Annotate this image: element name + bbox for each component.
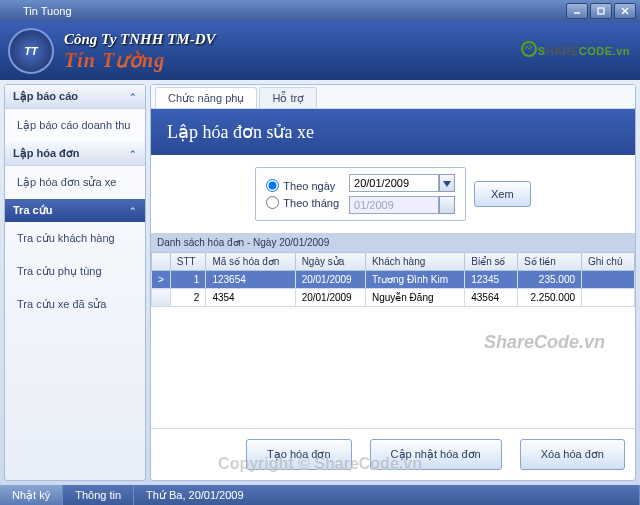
radio-by-day-input[interactable] [266, 179, 279, 192]
watermark-brand: SHARECODE.vn [520, 40, 630, 58]
col-rowheader [152, 253, 171, 271]
col-bien[interactable]: Biển số [465, 253, 518, 271]
month-input [349, 196, 439, 214]
filter-value-col [349, 174, 455, 214]
invoice-table: STT Mã số hóa đơn Ngày sửa Khách hàng Bi… [151, 252, 635, 307]
cell-ngay: 20/01/2009 [295, 271, 365, 289]
cell-stt: 1 [170, 271, 206, 289]
month-dropdown-button [439, 196, 455, 214]
sidebar-group-label: Tra cứu [13, 204, 52, 217]
list-caption: Danh sách hóa đơn - Ngày 20/01/2009 [151, 233, 635, 252]
tab-support[interactable]: Hỗ trợ [259, 87, 317, 108]
sidebar-group-invoice[interactable]: Lập hóa đơn⌃ [5, 142, 145, 166]
company-line1: Công Ty TNHH TM-DV [64, 31, 216, 48]
cell-ghi [582, 271, 635, 289]
cell-kh: Nguyễn Đăng [365, 289, 464, 307]
create-invoice-button[interactable]: Tạo hóa đơn [246, 439, 352, 470]
filter-mode-col: Theo ngày Theo tháng [266, 179, 339, 209]
cell-bien: 43564 [465, 289, 518, 307]
col-ma[interactable]: Mã số hóa đơn [206, 253, 295, 271]
cell-bien: 12345 [465, 271, 518, 289]
view-button[interactable]: Xem [474, 181, 531, 207]
statusbar: Nhật ký Thông tin Thứ Ba, 20/01/2009 [0, 485, 640, 505]
sidebar-item-lookup-customer[interactable]: Tra cứu khách hàng [5, 222, 145, 255]
app-icon [4, 4, 18, 18]
recycle-icon [520, 40, 538, 58]
status-date: Thứ Ba, 20/01/2009 [134, 485, 640, 505]
cell-ma: 123654 [206, 271, 295, 289]
sidebar-item-revenue-report[interactable]: Lập báo cáo doanh thu [5, 109, 145, 142]
date-dropdown-button[interactable] [439, 174, 455, 192]
logo-text: TT [24, 45, 37, 57]
row-marker: > [152, 271, 171, 289]
app-header: TT Công Ty TNHH TM-DV Tín Tường SHARECOD… [0, 22, 640, 80]
page-title: Lập hóa đơn sửa xe [151, 109, 635, 155]
sidebar-item-lookup-repaired[interactable]: Tra cứu xe đã sửa [5, 288, 145, 321]
action-bar: Tạo hóa đơn Cập nhật hóa đơn Xóa hóa đơn [151, 428, 635, 480]
sidebar-group-lookup[interactable]: Tra cứu⌃ [5, 199, 145, 222]
col-kh[interactable]: Khách hàng [365, 253, 464, 271]
sidebar-group-reports[interactable]: Lập báo cáo⌃ [5, 85, 145, 109]
minimize-button[interactable] [566, 3, 588, 19]
col-stt[interactable]: STT [170, 253, 206, 271]
col-ghi[interactable]: Ghi chú [582, 253, 635, 271]
sidebar-item-repair-invoice[interactable]: Lập hóa đơn sửa xe [5, 166, 145, 199]
col-ngay[interactable]: Ngày sửa [295, 253, 365, 271]
cell-stt: 2 [170, 289, 206, 307]
chevron-up-icon: ⌃ [129, 206, 137, 216]
titlebar: Tin Tuong [0, 0, 640, 22]
cell-tien: 235.000 [517, 271, 581, 289]
row-marker [152, 289, 171, 307]
status-log[interactable]: Nhật ký [0, 485, 63, 505]
delete-invoice-button[interactable]: Xóa hóa đơn [520, 439, 625, 470]
status-info[interactable]: Thông tin [63, 485, 134, 505]
radio-by-month-input[interactable] [266, 196, 279, 209]
radio-by-day[interactable]: Theo ngày [266, 179, 339, 192]
col-tien[interactable]: Số tiền [517, 253, 581, 271]
sidebar: Lập báo cáo⌃ Lập báo cáo doanh thu Lập h… [4, 84, 146, 481]
sidebar-group-label: Lập hóa đơn [13, 147, 80, 160]
content: Chức năng phụ Hỗ trợ Lập hóa đơn sửa xe … [150, 84, 636, 481]
filter-box: Theo ngày Theo tháng [255, 167, 466, 221]
cell-ma: 4354 [206, 289, 295, 307]
filter-bar: Theo ngày Theo tháng Xem [151, 155, 635, 233]
cell-kh: Trương Đình Kim [365, 271, 464, 289]
chevron-up-icon: ⌃ [129, 92, 137, 102]
close-button[interactable] [614, 3, 636, 19]
svg-rect-1 [598, 8, 604, 14]
watermark-grid: ShareCode.vn [484, 332, 605, 353]
tab-extra-functions[interactable]: Chức năng phụ [155, 87, 257, 108]
sidebar-item-lookup-parts[interactable]: Tra cứu phụ tùng [5, 255, 145, 288]
table-row[interactable]: 2435420/01/2009Nguyễn Đăng435642.250.000 [152, 289, 635, 307]
cell-ghi [582, 289, 635, 307]
cell-tien: 2.250.000 [517, 289, 581, 307]
radio-by-month[interactable]: Theo tháng [266, 196, 339, 209]
logo: TT [8, 28, 54, 74]
table-row[interactable]: >112365420/01/2009Trương Đình Kim1234523… [152, 271, 635, 289]
sidebar-group-label: Lập báo cáo [13, 90, 78, 103]
chevron-up-icon: ⌃ [129, 149, 137, 159]
cell-ngay: 20/01/2009 [295, 289, 365, 307]
date-input[interactable] [349, 174, 439, 192]
body: Lập báo cáo⌃ Lập báo cáo doanh thu Lập h… [0, 80, 640, 485]
invoice-grid[interactable]: STT Mã số hóa đơn Ngày sửa Khách hàng Bi… [151, 252, 635, 428]
company-line2: Tín Tường [64, 48, 216, 72]
maximize-button[interactable] [590, 3, 612, 19]
update-invoice-button[interactable]: Cập nhật hóa đơn [370, 439, 502, 470]
tabs: Chức năng phụ Hỗ trợ [151, 85, 635, 109]
window-title: Tin Tuong [23, 5, 564, 17]
company-block: Công Ty TNHH TM-DV Tín Tường [64, 31, 216, 72]
